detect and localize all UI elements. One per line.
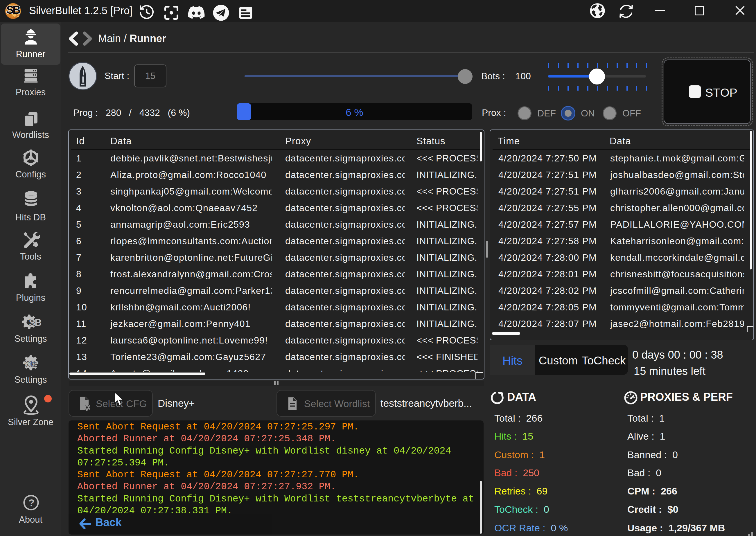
svg-text:CORE: CORE: [25, 360, 37, 368]
svg-text:SB: SB: [29, 317, 41, 328]
svg-text:?: ?: [28, 497, 35, 508]
